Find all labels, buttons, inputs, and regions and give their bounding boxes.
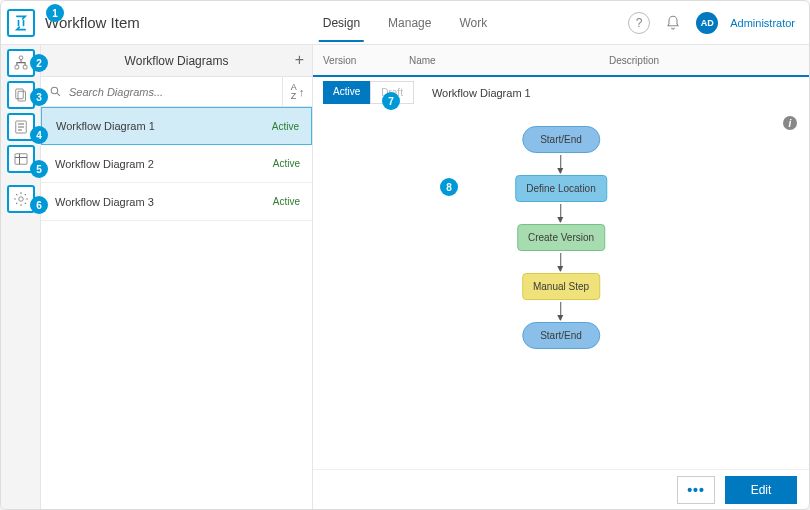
col-version: Version [313, 55, 409, 66]
username[interactable]: Administrator [730, 17, 795, 29]
notifications-icon[interactable] [662, 12, 684, 34]
svg-rect-4 [18, 91, 26, 101]
selected-diagram-name: Workflow Diagram 1 [432, 87, 531, 99]
flow-node-create-version[interactable]: Create Version [517, 224, 605, 251]
svg-rect-2 [23, 65, 27, 69]
svg-point-7 [18, 197, 23, 202]
version-row: Active Draft Workflow Diagram 1 [313, 77, 809, 108]
more-button[interactable]: ••• [677, 476, 715, 504]
help-icon[interactable]: ? [628, 12, 650, 34]
diagram-item[interactable]: Workflow Diagram 2 Active [41, 145, 312, 183]
diagram-status: Active [273, 158, 300, 169]
rail-diagrams[interactable] [7, 49, 35, 77]
diagram-name: Workflow Diagram 3 [55, 196, 154, 208]
edit-button[interactable]: Edit [725, 476, 797, 504]
diagram-canvas[interactable]: i Start/End Define Location Create Versi… [313, 108, 809, 469]
diagram-name: Workflow Diagram 2 [55, 158, 154, 170]
app-icon[interactable] [7, 9, 35, 37]
flow-arrow [561, 204, 562, 222]
diagram-status: Active [272, 121, 299, 132]
search-icon [41, 85, 69, 98]
panel-search: AZ↑ [41, 77, 312, 107]
col-description: Description [609, 55, 809, 66]
search-input[interactable] [69, 86, 282, 98]
flow-arrow [561, 302, 562, 320]
sort-button[interactable]: AZ↑ [282, 77, 312, 107]
svg-rect-1 [15, 65, 19, 69]
add-diagram-button[interactable]: + [295, 51, 304, 69]
col-name: Name [409, 55, 609, 66]
rail-grid[interactable] [7, 145, 35, 173]
svg-point-8 [51, 87, 58, 94]
tab-work[interactable]: Work [455, 3, 491, 42]
tab-manage[interactable]: Manage [384, 3, 435, 42]
version-tab-draft[interactable]: Draft [370, 81, 414, 104]
flow-node-end[interactable]: Start/End [522, 322, 600, 349]
diagram-list: Workflow Diagram 1 Active Workflow Diagr… [41, 107, 312, 509]
svg-rect-6 [15, 154, 27, 165]
main-columns: Version Name Description [313, 45, 809, 77]
flow-node-start[interactable]: Start/End [522, 126, 600, 153]
info-icon[interactable]: i [783, 116, 797, 130]
diagram-name: Workflow Diagram 1 [56, 120, 155, 132]
panel-title: Workflow Diagrams + [41, 45, 312, 77]
diagram-item[interactable]: Workflow Diagram 3 Active [41, 183, 312, 221]
flow-node-define-location[interactable]: Define Location [515, 175, 607, 202]
diagrams-panel: Workflow Diagrams + AZ↑ Workflow Diagram… [41, 45, 313, 509]
svg-point-0 [19, 56, 23, 60]
flow-arrow [561, 253, 562, 271]
flow-chart: Start/End Define Location Create Version… [515, 126, 607, 349]
header-tabs: Design Manage Work [319, 3, 492, 42]
avatar[interactable]: AD [696, 12, 718, 34]
rail-pages[interactable] [7, 81, 35, 109]
footer: ••• Edit [313, 469, 809, 509]
left-rail [1, 45, 41, 509]
main-area: Version Name Description Active Draft Wo… [313, 45, 809, 509]
rail-form[interactable] [7, 113, 35, 141]
svg-rect-3 [15, 89, 23, 99]
flow-node-manual-step[interactable]: Manual Step [522, 273, 600, 300]
diagram-item[interactable]: Workflow Diagram 1 Active [41, 107, 312, 145]
page-title: Workflow Item [45, 14, 140, 31]
flow-arrow [561, 155, 562, 173]
rail-settings[interactable] [7, 185, 35, 213]
panel-title-text: Workflow Diagrams [125, 54, 229, 68]
version-tab-active[interactable]: Active [323, 81, 370, 104]
diagram-status: Active [273, 196, 300, 207]
tab-design[interactable]: Design [319, 3, 364, 42]
app-header: Workflow Item Design Manage Work ? AD Ad… [1, 1, 809, 45]
